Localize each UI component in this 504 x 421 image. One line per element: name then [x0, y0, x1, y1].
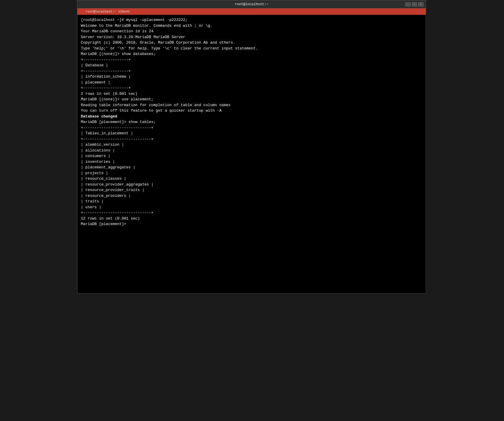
tab-title: root@localhost:~ 139x43 [86, 10, 130, 13]
terminal-line: | inventories | [81, 159, 422, 165]
terminal-line: You can turn off this feature to get a q… [81, 108, 422, 114]
close-button[interactable]: ✕ [418, 2, 423, 6]
terminal-line: Your MariaDB connection id is 24 [81, 28, 422, 34]
window-title: root@localhost:~ [235, 2, 268, 6]
terminal-line: | Tables_in_placement | [81, 131, 422, 136]
terminal-line: +--------------------+ [81, 85, 422, 91]
terminal-line: | resource_providers | [81, 193, 422, 199]
terminal-line: +------------------------------+ [81, 125, 422, 131]
minimize-button[interactable]: — [405, 2, 411, 6]
terminal-line: | allocations | [81, 148, 422, 154]
terminal-line: | alembic_version | [81, 142, 422, 148]
terminal-line: Welcome to the MariaDB monitor. Commands… [81, 23, 422, 29]
terminal-line: [root@localhost ~]# mysql -uplacement -p… [81, 17, 422, 23]
terminal-line: Reading table information for completion… [81, 102, 422, 108]
terminal-line: | information_schema | [81, 74, 422, 80]
terminal-line: Type 'help;' or '\h' for help. Type '\c'… [81, 46, 422, 51]
terminal-line: | resource_provider_traits | [81, 187, 422, 193]
terminal-line: MariaDB [(none)]> use placement; [81, 97, 422, 102]
terminal-line: +--------------------+ [81, 68, 422, 74]
terminal-line: Server version: 10.3.20-MariaDB MariaDB … [81, 34, 422, 40]
terminal-line: +--------------------+ [81, 57, 422, 63]
terminal-line: | projects | [81, 170, 422, 176]
terminal-line: 2 rows in set (0.001 sec) [81, 91, 422, 97]
terminal-line: 12 rows in set (0.001 sec) [81, 216, 422, 222]
terminal-line: | consumers | [81, 153, 422, 159]
terminal-line: | placement_aggregates | [81, 165, 422, 170]
maximize-button[interactable]: □ [412, 2, 417, 6]
terminal-line: +------------------------------+ [81, 136, 422, 142]
terminal-line: +------------------------------+ [81, 210, 422, 216]
title-bar: root@localhost:~ — □ ✕ [77, 0, 426, 8]
terminal-line: Copyright (c) 2000, 2018, Oracle, MariaD… [81, 40, 422, 46]
window-controls: — □ ✕ [405, 2, 423, 6]
terminal-line: MariaDB [placement]> show tables; [81, 119, 422, 125]
terminal-content[interactable]: [root@localhost ~]# mysql -uplacement -p… [77, 15, 426, 293]
terminal-window[interactable]: root@localhost:~ — □ ✕ root@localhost:~ … [77, 0, 426, 294]
terminal-line: | users | [81, 204, 422, 210]
terminal-line: | placement | [81, 80, 422, 85]
terminal-line: | Database | [81, 63, 422, 68]
terminal-line: MariaDB [(none)]> show databases; [81, 51, 422, 57]
tab-icon [80, 10, 84, 14]
terminal-line: | resource_provider_aggregates | [81, 182, 422, 188]
terminal-line: | traits | [81, 199, 422, 204]
terminal-line: Database changed [81, 114, 422, 119]
terminal-line: | resource_classes | [81, 176, 422, 182]
tab-bar: root@localhost:~ 139x43 [77, 8, 426, 15]
terminal-line: MariaDB [placement]> [81, 221, 422, 227]
